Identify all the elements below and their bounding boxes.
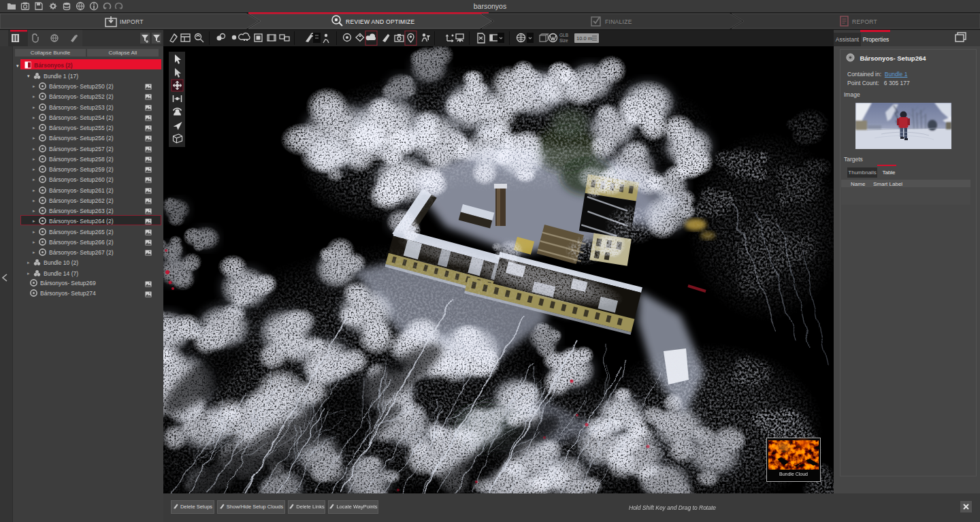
svg-text:GLB: GLB <box>559 33 568 37</box>
svg-text:FINALIZE: FINALIZE <box>605 18 632 25</box>
svg-text:10.0 m: 10.0 m <box>576 35 592 42</box>
svg-text:IMPORT: IMPORT <box>120 18 144 25</box>
svg-text:Bundle Cloud: Bundle Cloud <box>779 472 808 476</box>
svg-text:Size: Size <box>559 38 568 43</box>
svg-text:REPORT: REPORT <box>852 18 877 25</box>
svg-text:REVIEW AND OPTIMIZE: REVIEW AND OPTIMIZE <box>346 18 415 25</box>
